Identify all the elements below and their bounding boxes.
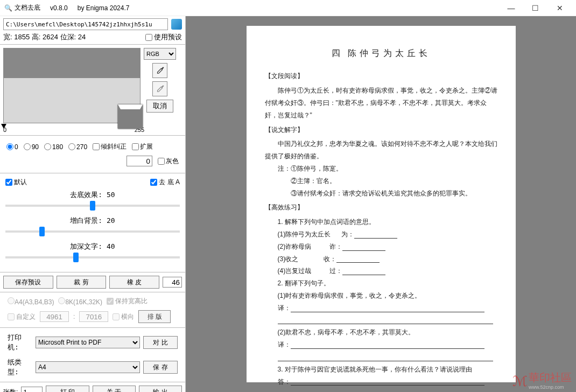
- output-button[interactable]: 输 出: [139, 386, 182, 392]
- image-info: 宽: 1855 高: 2624 位深: 24: [3, 32, 142, 42]
- close-button[interactable]: ✕: [547, 0, 572, 16]
- rotate-0[interactable]: 0: [6, 143, 18, 151]
- layout-button[interactable]: 排 版: [138, 310, 171, 323]
- remove-bg-a-checkbox[interactable]: 去 底 A: [150, 178, 180, 187]
- darken-label: 加深文字: 40: [5, 242, 180, 251]
- custom-width-input[interactable]: [40, 311, 69, 322]
- crop-button[interactable]: 裁 剪: [57, 276, 107, 289]
- paper-type-label: 纸类型:: [8, 358, 32, 377]
- save-button[interactable]: 保 存: [143, 361, 178, 374]
- bg-effect-label: 去底效果: 50: [5, 190, 180, 200]
- cancel-button[interactable]: 取消: [146, 100, 173, 113]
- landscape-checkbox[interactable]: 横向: [113, 312, 134, 321]
- whiten-slider[interactable]: [5, 230, 180, 233]
- print-button[interactable]: 打 印: [46, 386, 89, 392]
- eraser-button[interactable]: 橡 皮: [109, 276, 159, 289]
- eyedropper-light-icon[interactable]: [152, 81, 167, 96]
- about-button[interactable]: 关 于: [93, 386, 136, 392]
- color-mode-select[interactable]: RGB: [144, 48, 176, 60]
- paper-type-select[interactable]: A4: [36, 361, 140, 373]
- eyedropper-dark-icon[interactable]: [152, 63, 167, 78]
- gray-checkbox[interactable]: 灰色: [158, 157, 179, 166]
- sheets-input[interactable]: [21, 387, 43, 392]
- app-author: by Enigma 2024.7: [78, 4, 130, 12]
- eraser-size-input[interactable]: [163, 277, 182, 288]
- keep-ratio-checkbox[interactable]: 保持宽高比: [107, 297, 147, 306]
- watermark: ℳ 華印社區 www.52cnp.com: [512, 370, 572, 390]
- rotate-180[interactable]: 180: [44, 143, 63, 151]
- sheets-label: 张数:: [3, 388, 18, 393]
- tilt-correct-checkbox[interactable]: 倾斜纠正: [93, 142, 127, 151]
- custom-height-input[interactable]: [79, 311, 108, 322]
- path-input[interactable]: [3, 18, 168, 30]
- whiten-label: 增白背景: 20: [5, 216, 180, 226]
- doc-title: 四陈仲弓为太丘长: [265, 45, 497, 61]
- paper-8k-radio[interactable]: 8K(16K,32K): [58, 297, 102, 306]
- tilt-value-input[interactable]: [127, 156, 152, 166]
- save-preset-button[interactable]: 保存预设: [3, 276, 53, 289]
- minimize-button[interactable]: —: [499, 0, 523, 16]
- printer-select[interactable]: Microsoft Print to PDF: [36, 337, 140, 348]
- app-version: v0.8.0: [50, 4, 68, 12]
- rotate-90[interactable]: 90: [24, 143, 39, 151]
- paper-a4-radio[interactable]: A4(A3,B4,B3): [8, 297, 54, 306]
- open-file-icon[interactable]: [171, 19, 182, 30]
- darken-slider[interactable]: [5, 256, 180, 258]
- document-page: 四陈仲弓为太丘长 【文段阅读】 陈仲弓①为太丘长，时有吏诈称母病求假，事觉，收之…: [247, 26, 516, 382]
- expand-checkbox[interactable]: 扩展: [132, 142, 153, 151]
- app-title: 文档去底: [15, 3, 40, 12]
- use-preset-checkbox[interactable]: 使用预设: [145, 32, 182, 42]
- rotate-270[interactable]: 270: [68, 143, 87, 151]
- default-checkbox[interactable]: 默认: [5, 178, 27, 187]
- histogram-preview[interactable]: [3, 48, 141, 123]
- custom-size-checkbox[interactable]: 自定义: [8, 312, 36, 321]
- bg-effect-slider[interactable]: [5, 205, 180, 207]
- maximize-button[interactable]: ☐: [523, 0, 547, 16]
- printer-label: 打印机:: [8, 333, 32, 352]
- contrast-button[interactable]: 对 比: [143, 336, 178, 349]
- watermark-logo-icon: ℳ: [512, 373, 528, 390]
- app-icon: 🔍: [4, 4, 12, 12]
- preview-viewport[interactable]: 四陈仲弓为太丘长 【文段阅读】 陈仲弓①为太丘长，时有吏诈称母病求假，事觉，收之…: [186, 16, 576, 392]
